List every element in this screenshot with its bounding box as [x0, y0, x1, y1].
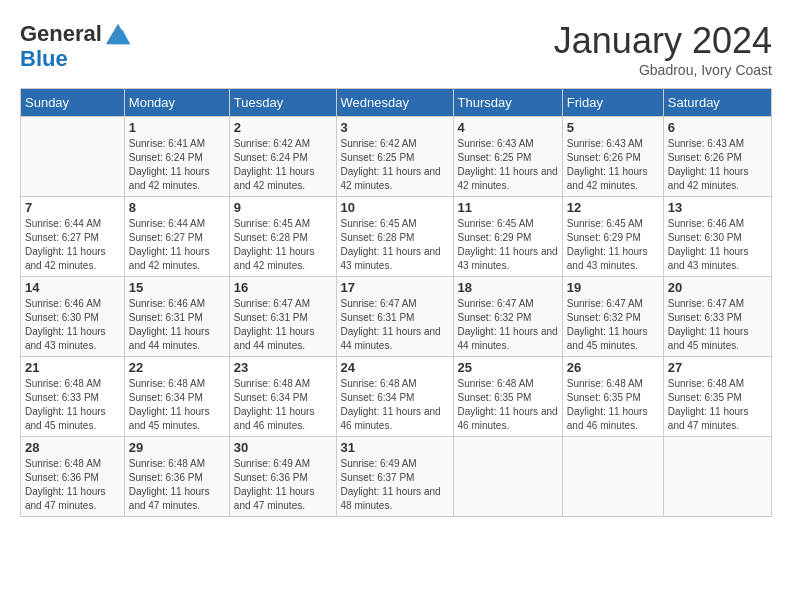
day-info: Sunrise: 6:45 AM Sunset: 6:28 PM Dayligh…: [341, 217, 449, 273]
month-title: January 2024: [554, 20, 772, 62]
day-number: 8: [129, 200, 225, 215]
day-info: Sunrise: 6:48 AM Sunset: 6:35 PM Dayligh…: [567, 377, 659, 433]
day-info: Sunrise: 6:48 AM Sunset: 6:35 PM Dayligh…: [668, 377, 767, 433]
day-info: Sunrise: 6:47 AM Sunset: 6:32 PM Dayligh…: [567, 297, 659, 353]
day-number: 16: [234, 280, 332, 295]
column-header-thursday: Thursday: [453, 89, 562, 117]
day-number: 5: [567, 120, 659, 135]
day-info: Sunrise: 6:46 AM Sunset: 6:31 PM Dayligh…: [129, 297, 225, 353]
column-header-wednesday: Wednesday: [336, 89, 453, 117]
calendar-cell: 12Sunrise: 6:45 AM Sunset: 6:29 PM Dayli…: [562, 197, 663, 277]
calendar-cell: [562, 437, 663, 517]
calendar-cell: 4Sunrise: 6:43 AM Sunset: 6:25 PM Daylig…: [453, 117, 562, 197]
day-number: 19: [567, 280, 659, 295]
day-info: Sunrise: 6:43 AM Sunset: 6:26 PM Dayligh…: [668, 137, 767, 193]
day-number: 27: [668, 360, 767, 375]
day-info: Sunrise: 6:41 AM Sunset: 6:24 PM Dayligh…: [129, 137, 225, 193]
day-info: Sunrise: 6:45 AM Sunset: 6:29 PM Dayligh…: [458, 217, 558, 273]
day-info: Sunrise: 6:49 AM Sunset: 6:37 PM Dayligh…: [341, 457, 449, 513]
calendar-cell: 20Sunrise: 6:47 AM Sunset: 6:33 PM Dayli…: [663, 277, 771, 357]
column-header-tuesday: Tuesday: [229, 89, 336, 117]
calendar-cell: 11Sunrise: 6:45 AM Sunset: 6:29 PM Dayli…: [453, 197, 562, 277]
logo: General Blue: [20, 20, 132, 70]
day-number: 31: [341, 440, 449, 455]
day-number: 25: [458, 360, 558, 375]
calendar-cell: [453, 437, 562, 517]
day-info: Sunrise: 6:48 AM Sunset: 6:35 PM Dayligh…: [458, 377, 558, 433]
calendar-cell: 21Sunrise: 6:48 AM Sunset: 6:33 PM Dayli…: [21, 357, 125, 437]
day-number: 4: [458, 120, 558, 135]
column-header-sunday: Sunday: [21, 89, 125, 117]
day-number: 12: [567, 200, 659, 215]
day-number: 23: [234, 360, 332, 375]
calendar-cell: 3Sunrise: 6:42 AM Sunset: 6:25 PM Daylig…: [336, 117, 453, 197]
day-number: 30: [234, 440, 332, 455]
week-row-4: 21Sunrise: 6:48 AM Sunset: 6:33 PM Dayli…: [21, 357, 772, 437]
calendar-cell: 18Sunrise: 6:47 AM Sunset: 6:32 PM Dayli…: [453, 277, 562, 357]
day-info: Sunrise: 6:44 AM Sunset: 6:27 PM Dayligh…: [25, 217, 120, 273]
day-number: 11: [458, 200, 558, 215]
calendar-cell: 26Sunrise: 6:48 AM Sunset: 6:35 PM Dayli…: [562, 357, 663, 437]
day-info: Sunrise: 6:48 AM Sunset: 6:34 PM Dayligh…: [234, 377, 332, 433]
calendar-cell: 15Sunrise: 6:46 AM Sunset: 6:31 PM Dayli…: [124, 277, 229, 357]
column-header-saturday: Saturday: [663, 89, 771, 117]
calendar-cell: 10Sunrise: 6:45 AM Sunset: 6:28 PM Dayli…: [336, 197, 453, 277]
day-info: Sunrise: 6:43 AM Sunset: 6:25 PM Dayligh…: [458, 137, 558, 193]
day-info: Sunrise: 6:47 AM Sunset: 6:32 PM Dayligh…: [458, 297, 558, 353]
calendar-cell: 22Sunrise: 6:48 AM Sunset: 6:34 PM Dayli…: [124, 357, 229, 437]
calendar-cell: 27Sunrise: 6:48 AM Sunset: 6:35 PM Dayli…: [663, 357, 771, 437]
day-number: 18: [458, 280, 558, 295]
day-number: 29: [129, 440, 225, 455]
day-info: Sunrise: 6:49 AM Sunset: 6:36 PM Dayligh…: [234, 457, 332, 513]
logo-general-text: General: [20, 23, 102, 45]
day-number: 2: [234, 120, 332, 135]
location-subtitle: Gbadrou, Ivory Coast: [554, 62, 772, 78]
calendar-cell: 5Sunrise: 6:43 AM Sunset: 6:26 PM Daylig…: [562, 117, 663, 197]
week-row-3: 14Sunrise: 6:46 AM Sunset: 6:30 PM Dayli…: [21, 277, 772, 357]
calendar-cell: 13Sunrise: 6:46 AM Sunset: 6:30 PM Dayli…: [663, 197, 771, 277]
day-number: 10: [341, 200, 449, 215]
day-number: 15: [129, 280, 225, 295]
day-info: Sunrise: 6:48 AM Sunset: 6:36 PM Dayligh…: [129, 457, 225, 513]
day-number: 17: [341, 280, 449, 295]
week-row-2: 7Sunrise: 6:44 AM Sunset: 6:27 PM Daylig…: [21, 197, 772, 277]
column-header-monday: Monday: [124, 89, 229, 117]
calendar-cell: 28Sunrise: 6:48 AM Sunset: 6:36 PM Dayli…: [21, 437, 125, 517]
day-number: 26: [567, 360, 659, 375]
calendar-cell: 31Sunrise: 6:49 AM Sunset: 6:37 PM Dayli…: [336, 437, 453, 517]
day-number: 24: [341, 360, 449, 375]
day-info: Sunrise: 6:46 AM Sunset: 6:30 PM Dayligh…: [668, 217, 767, 273]
logo-blue-text: Blue: [20, 46, 68, 71]
day-info: Sunrise: 6:42 AM Sunset: 6:24 PM Dayligh…: [234, 137, 332, 193]
day-info: Sunrise: 6:42 AM Sunset: 6:25 PM Dayligh…: [341, 137, 449, 193]
day-info: Sunrise: 6:47 AM Sunset: 6:31 PM Dayligh…: [341, 297, 449, 353]
calendar-cell: [663, 437, 771, 517]
day-number: 21: [25, 360, 120, 375]
day-info: Sunrise: 6:48 AM Sunset: 6:33 PM Dayligh…: [25, 377, 120, 433]
day-info: Sunrise: 6:46 AM Sunset: 6:30 PM Dayligh…: [25, 297, 120, 353]
calendar-cell: 29Sunrise: 6:48 AM Sunset: 6:36 PM Dayli…: [124, 437, 229, 517]
calendar-cell: 23Sunrise: 6:48 AM Sunset: 6:34 PM Dayli…: [229, 357, 336, 437]
logo-icon: [104, 20, 132, 48]
calendar-cell: 25Sunrise: 6:48 AM Sunset: 6:35 PM Dayli…: [453, 357, 562, 437]
calendar-table: SundayMondayTuesdayWednesdayThursdayFrid…: [20, 88, 772, 517]
page-header: General Blue January 2024 Gbadrou, Ivory…: [20, 20, 772, 78]
week-row-5: 28Sunrise: 6:48 AM Sunset: 6:36 PM Dayli…: [21, 437, 772, 517]
day-number: 3: [341, 120, 449, 135]
day-info: Sunrise: 6:47 AM Sunset: 6:33 PM Dayligh…: [668, 297, 767, 353]
day-number: 13: [668, 200, 767, 215]
day-info: Sunrise: 6:45 AM Sunset: 6:29 PM Dayligh…: [567, 217, 659, 273]
calendar-cell: 30Sunrise: 6:49 AM Sunset: 6:36 PM Dayli…: [229, 437, 336, 517]
calendar-cell: 9Sunrise: 6:45 AM Sunset: 6:28 PM Daylig…: [229, 197, 336, 277]
column-header-friday: Friday: [562, 89, 663, 117]
day-number: 20: [668, 280, 767, 295]
calendar-cell: 16Sunrise: 6:47 AM Sunset: 6:31 PM Dayli…: [229, 277, 336, 357]
day-number: 6: [668, 120, 767, 135]
day-number: 9: [234, 200, 332, 215]
calendar-cell: [21, 117, 125, 197]
calendar-header-row: SundayMondayTuesdayWednesdayThursdayFrid…: [21, 89, 772, 117]
day-info: Sunrise: 6:47 AM Sunset: 6:31 PM Dayligh…: [234, 297, 332, 353]
day-info: Sunrise: 6:44 AM Sunset: 6:27 PM Dayligh…: [129, 217, 225, 273]
day-number: 22: [129, 360, 225, 375]
calendar-cell: 2Sunrise: 6:42 AM Sunset: 6:24 PM Daylig…: [229, 117, 336, 197]
